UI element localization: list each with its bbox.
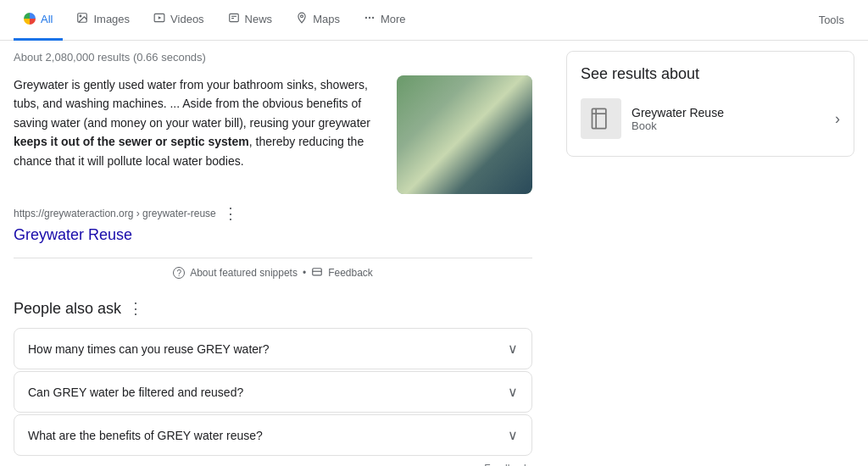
tab-videos[interactable]: Videos: [143, 0, 214, 41]
about-snippets-link[interactable]: About featured snippets: [190, 267, 298, 279]
tab-images[interactable]: Images: [66, 0, 140, 41]
snippet-text-part1: Greywater is gently used water from your…: [14, 78, 370, 130]
left-column: About 2,080,000 results (0.66 seconds) G…: [14, 51, 532, 466]
result-link[interactable]: Greywater Reuse: [14, 226, 132, 243]
tab-maps[interactable]: Maps: [286, 0, 350, 41]
results-count: About 2,080,000 results (0.66 seconds): [14, 51, 532, 64]
images-icon: [76, 12, 88, 26]
chevron-icon-0: ∨: [508, 341, 518, 357]
more-icon: [364, 12, 376, 26]
svg-point-1: [81, 15, 82, 17]
see-results-name: Greywater Reuse: [632, 106, 825, 119]
ask-item-2[interactable]: What are the benefits of GREY water reus…: [14, 414, 532, 456]
snippet-image: [397, 75, 532, 194]
book-icon: [581, 98, 621, 139]
see-results-panel: See results about Greywater Reuse Book ›: [566, 51, 854, 157]
source-url: https://greywateraction.org › greywater-…: [14, 208, 216, 219]
chevron-icon-1: ∨: [508, 384, 518, 400]
tools-button[interactable]: Tools: [809, 14, 854, 26]
bottom-feedback[interactable]: Feedback: [14, 463, 532, 466]
svg-rect-13: [593, 108, 606, 128]
ask-question-2: What are the benefits of GREY water reus…: [28, 429, 263, 442]
snippet-footer: ? About featured snippets • Feedback: [14, 258, 532, 279]
help-icon: ?: [173, 267, 185, 279]
see-results-title: See results about: [581, 65, 840, 83]
ask-item-1[interactable]: Can GREY water be filtered and reused? ∨: [14, 371, 532, 413]
svg-point-10: [372, 16, 374, 18]
maps-icon: [296, 12, 308, 26]
see-results-type: Book: [632, 119, 825, 132]
ask-question-0: How many times can you reuse GREY water?: [28, 342, 270, 356]
all-icon: [24, 13, 36, 25]
people-ask-more-icon[interactable]: ⋮: [128, 299, 143, 318]
tab-all[interactable]: All: [14, 0, 63, 41]
videos-icon: [153, 12, 165, 26]
tab-more-label: More: [381, 13, 406, 25]
featured-snippet: Greywater is gently used water from your…: [14, 75, 532, 279]
see-results-item[interactable]: Greywater Reuse Book ›: [581, 95, 840, 142]
source-line: https://greywateraction.org › greywater-…: [14, 204, 532, 223]
people-ask-header: People also ask ⋮: [14, 299, 532, 318]
snippet-image-content: [397, 75, 532, 194]
top-navigation: All Images Videos News Maps: [0, 0, 868, 41]
tab-more[interactable]: More: [353, 0, 416, 41]
see-results-info: Greywater Reuse Book: [632, 106, 825, 132]
right-column: See results about Greywater Reuse Book ›: [566, 51, 854, 466]
chevron-icon-2: ∨: [508, 427, 518, 443]
feedback-link[interactable]: Feedback: [328, 267, 373, 279]
nav-tabs: All Images Videos News Maps: [14, 0, 809, 41]
people-also-ask: People also ask ⋮ How many times can you…: [14, 299, 532, 456]
tab-maps-label: Maps: [313, 13, 340, 25]
svg-point-7: [301, 14, 303, 17]
feedback-icon: [311, 267, 323, 279]
svg-point-9: [369, 16, 370, 18]
tab-all-label: All: [41, 13, 53, 25]
tab-images-label: Images: [93, 13, 130, 25]
svg-point-8: [365, 16, 367, 18]
snippet-text: Greywater is gently used water from your…: [14, 75, 380, 194]
tab-news[interactable]: News: [218, 0, 283, 41]
tab-videos-label: Videos: [170, 13, 204, 25]
tab-news-label: News: [245, 13, 273, 25]
main-content: About 2,080,000 results (0.66 seconds) G…: [0, 41, 868, 466]
see-results-arrow-icon: ›: [835, 110, 840, 128]
news-icon: [228, 12, 240, 26]
snippet-text-bold: keeps it out of the sewer or septic syst…: [14, 135, 249, 148]
source-menu-icon[interactable]: ⋮: [223, 204, 238, 223]
people-ask-title: People also ask: [14, 300, 121, 318]
footer-dot: •: [303, 267, 306, 279]
svg-marker-3: [159, 16, 162, 19]
snippet-content: Greywater is gently used water from your…: [14, 75, 532, 194]
ask-item-0[interactable]: How many times can you reuse GREY water?…: [14, 328, 532, 369]
ask-question-1: Can GREY water be filtered and reused?: [28, 386, 243, 399]
